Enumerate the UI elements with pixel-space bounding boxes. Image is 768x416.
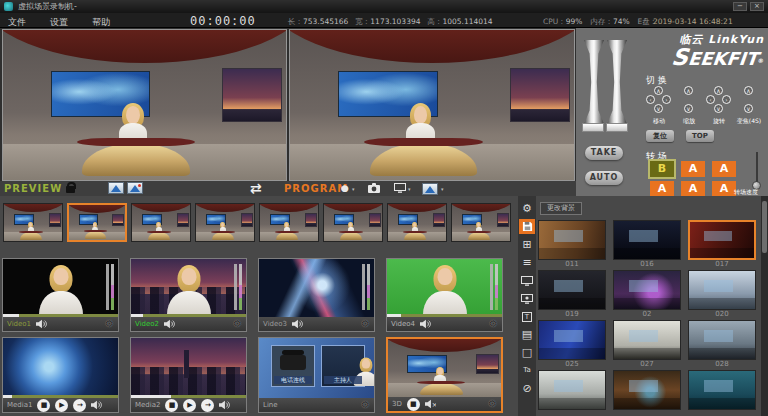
scene-thumb-017[interactable] bbox=[688, 220, 756, 260]
image-dropdown-icon[interactable]: ▾ bbox=[441, 186, 444, 192]
display-out-icon[interactable] bbox=[394, 183, 406, 195]
media-panel-3d[interactable]: 3D■×⚙ bbox=[386, 337, 503, 413]
video-panel-video2[interactable]: Video2⚙ bbox=[130, 258, 247, 332]
virtual-studio-scene bbox=[452, 204, 510, 241]
speaker-icon[interactable] bbox=[164, 319, 175, 329]
t-bar-fader[interactable] bbox=[584, 40, 630, 136]
control-pad: ∧‹›∨旋转 bbox=[706, 86, 732, 114]
camera-icon[interactable] bbox=[368, 183, 380, 195]
arrow-up-button[interactable]: ∧ bbox=[744, 86, 753, 95]
gear-icon[interactable]: ⚙ bbox=[233, 319, 242, 329]
arrow-right-button[interactable]: › bbox=[722, 95, 731, 104]
speaker-icon[interactable] bbox=[420, 319, 431, 329]
arrow-up-button[interactable]: ∧ bbox=[684, 86, 693, 95]
host-thumb[interactable]: 主持人 bbox=[321, 345, 365, 387]
menu-item[interactable]: 帮助 bbox=[92, 16, 110, 29]
media-panel-line[interactable]: 电话连线主持人Line⚙ bbox=[258, 337, 375, 413]
snapshot-icon[interactable] bbox=[108, 182, 124, 194]
camera-angle-thumb[interactable] bbox=[451, 203, 511, 242]
auto-button[interactable]: AUTO bbox=[585, 171, 623, 185]
minimize-button[interactable]: − bbox=[733, 2, 747, 11]
menu-item[interactable]: 文件 bbox=[8, 16, 26, 29]
swap-icon[interactable]: ⇄ bbox=[250, 180, 262, 196]
camera-angle-thumb[interactable] bbox=[131, 203, 191, 242]
transition-button-a[interactable]: A bbox=[650, 181, 674, 196]
camera-angle-thumb[interactable] bbox=[195, 203, 255, 242]
scene-thumb-028[interactable] bbox=[688, 320, 756, 360]
scene-thumb-stage[interactable] bbox=[613, 370, 681, 410]
gear-icon[interactable]: ⚙ bbox=[489, 319, 498, 329]
virtual-studio-scene bbox=[324, 204, 382, 241]
next-button[interactable]: → bbox=[73, 399, 86, 412]
next-button[interactable]: → bbox=[201, 399, 214, 412]
gear-icon[interactable]: ⚙ bbox=[361, 319, 370, 329]
scene-thumb-011[interactable] bbox=[538, 220, 606, 260]
arrow-left-button[interactable]: ‹ bbox=[646, 95, 655, 104]
arrow-up-button[interactable]: ∧ bbox=[714, 86, 723, 95]
image-out-icon[interactable] bbox=[422, 183, 438, 195]
stop-button[interactable]: ■ bbox=[37, 399, 50, 412]
speaker-muted-icon[interactable]: × bbox=[425, 399, 436, 409]
media-panel-media2[interactable]: Media2■▶→ bbox=[130, 337, 247, 413]
scene-thumb-white2[interactable] bbox=[538, 370, 606, 410]
scene-thumb-027[interactable] bbox=[613, 320, 681, 360]
media-panel-media1[interactable]: Media1■▶→ bbox=[2, 337, 119, 413]
close-button[interactable]: × bbox=[750, 2, 764, 11]
transition-button-a[interactable]: A bbox=[712, 181, 736, 196]
record-icon[interactable]: ● bbox=[341, 183, 349, 193]
scene-thumb-02[interactable] bbox=[613, 270, 681, 310]
gear-icon[interactable]: ⚙ bbox=[488, 399, 497, 409]
camera-angle-thumb[interactable] bbox=[67, 203, 127, 242]
take-button[interactable]: TAKE bbox=[585, 146, 623, 160]
preview-monitor[interactable] bbox=[2, 29, 287, 181]
record-dropdown-icon[interactable]: ▾ bbox=[352, 186, 355, 192]
arrow-down-button[interactable]: ∨ bbox=[684, 104, 693, 113]
scene-thumb-019[interactable] bbox=[538, 270, 606, 310]
arrow-up-button[interactable]: ∧ bbox=[654, 86, 663, 95]
speaker-icon[interactable] bbox=[36, 319, 47, 329]
speaker-icon[interactable] bbox=[292, 319, 303, 329]
reset-button[interactable]: 复位 bbox=[646, 130, 674, 142]
display-dropdown-icon[interactable]: ▾ bbox=[408, 186, 411, 192]
snapshot-add-icon[interactable] bbox=[127, 182, 143, 194]
top-button[interactable]: TOP bbox=[686, 130, 714, 142]
play-button[interactable]: ▶ bbox=[183, 399, 196, 412]
transition-button-b[interactable]: B bbox=[650, 161, 674, 177]
monitor-label-bar: PREVIEW ⇄ PROGRAM ●▾ ▾ ▾ bbox=[0, 181, 576, 196]
menu-item[interactable]: 设置 bbox=[50, 16, 68, 29]
gallery-tab[interactable]: 更改背景 bbox=[540, 202, 582, 215]
program-monitor[interactable] bbox=[289, 29, 575, 181]
phone-line-thumb[interactable]: 电话连线 bbox=[271, 345, 315, 387]
transition-button-a[interactable]: A bbox=[712, 161, 736, 177]
play-button[interactable]: ▶ bbox=[55, 399, 68, 412]
lock-icon[interactable] bbox=[66, 186, 75, 193]
camera-angle-thumb[interactable] bbox=[323, 203, 383, 242]
stop-button[interactable]: ■ bbox=[165, 399, 178, 412]
scene-thumb-025[interactable] bbox=[538, 320, 606, 360]
arrow-down-button[interactable]: ∨ bbox=[654, 104, 663, 113]
scrollbar-thumb[interactable] bbox=[762, 201, 767, 253]
transition-button-a[interactable]: A bbox=[681, 181, 705, 196]
gear-icon[interactable]: ⚙ bbox=[361, 400, 370, 410]
scene-thumb-teal[interactable] bbox=[688, 370, 756, 410]
scene-thumb-016[interactable] bbox=[613, 220, 681, 260]
video-panel-video4[interactable]: Video4⚙ bbox=[386, 258, 503, 332]
speaker-icon[interactable] bbox=[219, 400, 230, 410]
transition-button-a[interactable]: A bbox=[681, 161, 705, 177]
svg-text:×: × bbox=[432, 401, 436, 409]
video-panel-video1[interactable]: Video1⚙ bbox=[2, 258, 119, 332]
arrow-down-button[interactable]: ∨ bbox=[714, 104, 723, 113]
speaker-icon[interactable] bbox=[91, 400, 102, 410]
arrow-left-button[interactable]: ‹ bbox=[706, 95, 715, 104]
gallery-scrollbar[interactable] bbox=[761, 196, 768, 416]
video-panel-video3[interactable]: Video3⚙ bbox=[258, 258, 375, 332]
camera-angle-thumb[interactable] bbox=[3, 203, 63, 242]
pad-label: 缩放 bbox=[683, 117, 695, 126]
stop-button[interactable]: ■ bbox=[407, 398, 420, 411]
camera-angle-thumb[interactable] bbox=[387, 203, 447, 242]
scene-thumb-020[interactable] bbox=[688, 270, 756, 310]
arrow-down-button[interactable]: ∨ bbox=[744, 104, 753, 113]
arrow-right-button[interactable]: › bbox=[662, 95, 671, 104]
gear-icon[interactable]: ⚙ bbox=[105, 319, 114, 329]
camera-angle-thumb[interactable] bbox=[259, 203, 319, 242]
